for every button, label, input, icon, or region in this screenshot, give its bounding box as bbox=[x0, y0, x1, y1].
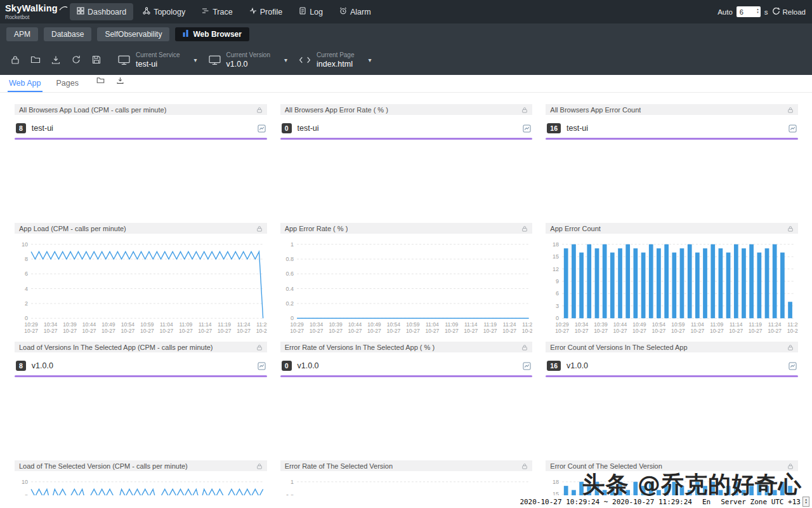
svg-text:10-27: 10-27 bbox=[730, 328, 743, 334]
svg-text:6: 6 bbox=[25, 271, 28, 277]
value-badge: 0 bbox=[282, 361, 292, 371]
list-item[interactable]: 16 test-ui bbox=[546, 123, 798, 133]
svg-text:10-27: 10-27 bbox=[237, 328, 251, 334]
svg-text:11:24: 11:24 bbox=[768, 321, 782, 328]
panel-title: Error Rate of The Selected Version bbox=[285, 462, 393, 470]
current-service-selector[interactable]: Current Service test-ui ▾ bbox=[118, 51, 197, 69]
chart-icon[interactable] bbox=[258, 124, 266, 133]
nav-item-dashboard[interactable]: Dashboard bbox=[70, 3, 133, 20]
svg-text:10-27: 10-27 bbox=[406, 328, 420, 334]
subtab-web-app[interactable]: Web App bbox=[8, 76, 43, 92]
svg-text:10:44: 10:44 bbox=[82, 321, 96, 328]
panel-app-error-rate-chart: App Error Rate ( % ) 10.80.60.40.2010:29… bbox=[280, 223, 533, 342]
dashboard-icon bbox=[77, 7, 84, 17]
lock-icon[interactable] bbox=[787, 463, 794, 469]
svg-text:10-27: 10-27 bbox=[44, 328, 58, 334]
panel-header: All Browsers App Error Count bbox=[546, 104, 798, 115]
tab-apm[interactable]: APM bbox=[6, 27, 38, 41]
lock-icon[interactable] bbox=[787, 107, 794, 113]
list-item[interactable]: 0 v1.0.0 bbox=[280, 361, 533, 371]
svg-text:10:54: 10:54 bbox=[121, 321, 135, 328]
lock-icon[interactable] bbox=[787, 225, 794, 232]
list-item[interactable]: 0 test-ui bbox=[280, 123, 533, 133]
svg-text:10:54: 10:54 bbox=[652, 321, 666, 328]
browser-bars-icon bbox=[183, 30, 189, 39]
panel-header: Error Count of Versions In The Selected … bbox=[546, 342, 798, 352]
chevron-down-icon: ▾ bbox=[284, 57, 287, 64]
nav-item-alarm[interactable]: Alarm bbox=[332, 3, 378, 20]
download-icon bbox=[51, 55, 61, 65]
svg-text:10:39: 10:39 bbox=[63, 321, 77, 328]
tab-database[interactable]: Database bbox=[44, 27, 91, 41]
panel-header: Error Rate of Versions In The Selected A… bbox=[280, 342, 533, 352]
value-badge: 16 bbox=[547, 123, 561, 133]
selection-underline bbox=[280, 375, 533, 377]
svg-text:11:29: 11:29 bbox=[788, 321, 798, 328]
svg-text:10-27: 10-27 bbox=[691, 328, 705, 334]
nav-item-log[interactable]: Log bbox=[292, 3, 330, 20]
logo-title: SkyWalking bbox=[5, 4, 58, 13]
selector-value: test-ui bbox=[136, 60, 180, 69]
chart-icon[interactable] bbox=[523, 124, 531, 133]
chart-icon[interactable] bbox=[789, 362, 797, 370]
svg-text:10-27: 10-27 bbox=[652, 328, 666, 334]
svg-text:11:29: 11:29 bbox=[256, 321, 266, 328]
lock-icon[interactable] bbox=[521, 463, 528, 469]
save-button[interactable] bbox=[86, 49, 107, 70]
lock-icon[interactable] bbox=[521, 225, 528, 232]
lock-icon[interactable] bbox=[521, 107, 528, 113]
lock-icon[interactable] bbox=[256, 463, 263, 469]
export-icon[interactable] bbox=[116, 76, 124, 87]
current-page-selector[interactable]: Current Page index.html ▾ bbox=[299, 51, 372, 69]
lock-icon[interactable] bbox=[521, 344, 528, 351]
tab-selfobservability[interactable]: SelfObservability bbox=[97, 27, 169, 41]
list-item[interactable]: 8 v1.0.0 bbox=[15, 361, 267, 371]
chart-icon[interactable] bbox=[789, 124, 797, 133]
lock-icon[interactable] bbox=[256, 225, 263, 232]
nav-item-trace[interactable]: Trace bbox=[195, 3, 240, 20]
logo-subtitle: Rocketbot bbox=[5, 15, 70, 20]
import-button[interactable] bbox=[46, 49, 66, 70]
svg-text:10-27: 10-27 bbox=[290, 328, 304, 334]
current-version-selector[interactable]: Current Version v1.0.0 ▾ bbox=[209, 51, 288, 69]
list-item[interactable]: 8 test-ui bbox=[15, 123, 267, 133]
dashboard-grid: All Browsers App Load (CPM - calls per m… bbox=[0, 93, 812, 508]
nav-items: Dashboard Topology Trace Profile Log Ala… bbox=[70, 3, 378, 20]
lock-icon[interactable] bbox=[256, 107, 263, 113]
stepper-down-icon: ▼ bbox=[805, 502, 807, 505]
svg-text:10:29: 10:29 bbox=[556, 321, 570, 328]
lock-icon[interactable] bbox=[787, 344, 794, 351]
lock-edit-button[interactable] bbox=[5, 49, 25, 70]
svg-text:10:59: 10:59 bbox=[406, 321, 420, 328]
svg-text:10-27: 10-27 bbox=[102, 328, 115, 334]
reload-button[interactable]: Reload bbox=[772, 7, 806, 17]
trace-icon bbox=[202, 7, 209, 17]
skywalking-logo[interactable]: SkyWalking Rocketbot bbox=[5, 3, 70, 20]
value-badge: 8 bbox=[16, 361, 26, 371]
chart-icon[interactable] bbox=[523, 362, 531, 370]
item-label: test-ui bbox=[566, 124, 588, 133]
selector-label: Current Service bbox=[136, 51, 180, 58]
chart-icon[interactable] bbox=[258, 362, 266, 370]
svg-text:10-27: 10-27 bbox=[179, 328, 193, 334]
zone-stepper[interactable]: ▲▼ bbox=[802, 497, 809, 507]
nav-item-topology[interactable]: Topology bbox=[136, 3, 192, 20]
refresh-button[interactable] bbox=[66, 49, 86, 70]
panel-header: All Browsers App Error Rate ( % ) bbox=[280, 104, 533, 115]
svg-text:10-27: 10-27 bbox=[483, 328, 497, 334]
tab-web-browser[interactable]: Web Browser bbox=[175, 27, 249, 41]
svg-text:10:59: 10:59 bbox=[672, 321, 686, 328]
svg-text:10-27: 10-27 bbox=[348, 328, 362, 334]
lock-icon[interactable] bbox=[256, 344, 263, 351]
panel-header: App Error Count bbox=[546, 223, 798, 234]
stepper-arrows-icon[interactable]: ▲▼ bbox=[756, 8, 759, 14]
nav-label: Alarm bbox=[350, 8, 371, 17]
auto-interval-stepper: ▲▼ bbox=[737, 6, 761, 17]
template-folder-button[interactable] bbox=[25, 49, 46, 70]
nav-item-profile[interactable]: Profile bbox=[242, 3, 289, 20]
lock-icon bbox=[10, 55, 20, 65]
subtab-pages[interactable]: Pages bbox=[55, 76, 80, 92]
svg-text:10:39: 10:39 bbox=[594, 321, 608, 328]
folder-icon[interactable] bbox=[96, 76, 105, 87]
list-item[interactable]: 16 v1.0.0 bbox=[546, 361, 798, 371]
